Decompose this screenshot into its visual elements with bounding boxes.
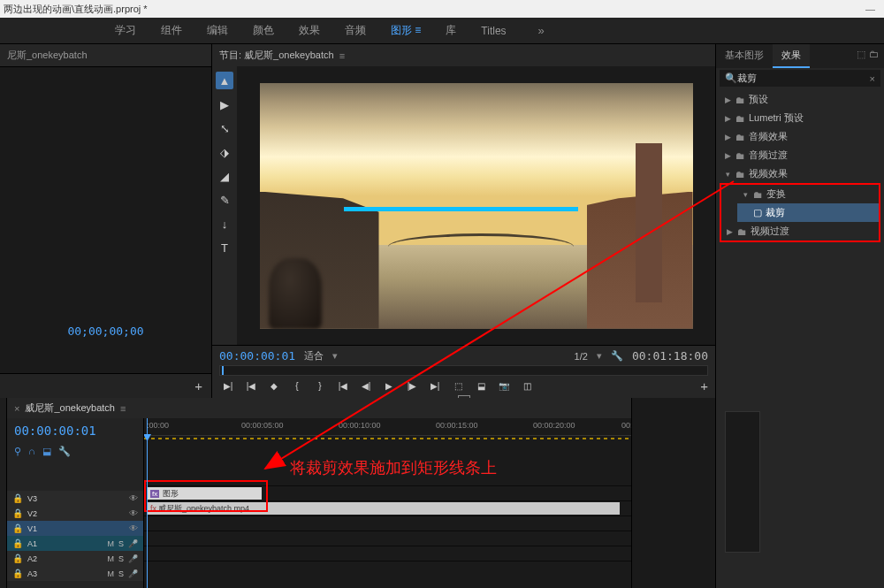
direct-select-tool[interactable]: ▶: [216, 95, 233, 113]
effects-panel: 基本图形 效果 ⬚🗀 🔍 × ▶🖿预设 ▶🖿Lumetri 预设 ▶🖿音频效果 …: [716, 44, 884, 398]
align-tool[interactable]: ↓: [216, 215, 233, 233]
annotation-highlight-box: ▾🖿变换 ▢裁剪 ▶🖿视频过渡: [720, 183, 880, 242]
track-a3[interactable]: 🔒A3MS🎤: [7, 566, 143, 581]
bracket-out-icon[interactable]: }: [311, 379, 329, 393]
marker-tool-icon[interactable]: ⬓: [42, 446, 51, 457]
ws-color[interactable]: 颜色: [253, 23, 274, 38]
program-scrubber[interactable]: [219, 365, 708, 376]
add-icon[interactable]: +: [194, 378, 202, 393]
annotation-clip-box: [144, 480, 268, 512]
mark-out-icon[interactable]: |◀: [242, 379, 260, 393]
lift-icon[interactable]: ⬚: [449, 379, 467, 393]
annotation-text: 将裁剪效果施加到矩形线条上: [290, 457, 497, 478]
track-a2[interactable]: 🔒A2MS🎤: [7, 551, 143, 566]
playhead[interactable]: [147, 418, 148, 588]
window-buttons: —: [865, 0, 884, 18]
play-icon[interactable]: ▶: [380, 379, 398, 393]
timeline-tracks[interactable]: :00:00 00:00:05:00 00:00:10:00 00:00:15:…: [144, 418, 631, 588]
transport-controls: ▶| |◀ ◆ { } |◀ ◀| ▶ |▶ ▶| ⬚ ⬓ 📷 ◫ +: [219, 378, 708, 393]
resolution-select[interactable]: 1/2: [575, 351, 588, 362]
extract-icon[interactable]: ⬓: [472, 379, 490, 393]
go-out-icon[interactable]: ▶|: [426, 379, 444, 393]
fx-presets[interactable]: ▶🖿预设: [720, 90, 880, 109]
clear-search-icon[interactable]: ×: [870, 73, 875, 84]
compare-icon[interactable]: ◫: [518, 379, 536, 393]
program-controls: 00:00:00:01 适合 ▾ 1/2 ▾ 🔧 00:01:18:00 ▶| …: [212, 345, 715, 398]
search-icon: 🔍: [725, 73, 737, 84]
ws-graphics[interactable]: 图形 ≡: [391, 23, 421, 38]
ws-audio[interactable]: 音频: [345, 23, 366, 38]
program-header: 节目: 威尼斯_onekeybatch ≡: [212, 44, 715, 66]
titlebar: 两边出现的动画\直线动画.prproj * —: [0, 0, 884, 18]
fx-transform-folder[interactable]: ▾🖿变换: [737, 185, 879, 203]
go-in-icon[interactable]: |◀: [334, 379, 352, 393]
fx-video-effects[interactable]: ▾🖿视频效果: [720, 164, 880, 183]
source-panel: 尼斯_onekeybatch 00;00;00;00 +: [0, 44, 212, 398]
program-timecode[interactable]: 00:00:00:01: [219, 349, 295, 363]
type-tool[interactable]: T: [216, 239, 233, 256]
ws-titles[interactable]: Titles: [481, 25, 506, 37]
track-headers: 00:00:00:01 ⚲ ∩ ⬓ 🔧 🔒V3👁 🔒V2👁 🔒V1👁 🔒A1MS…: [7, 418, 144, 588]
program-title: 节目: 威尼斯_onekeybatch: [219, 49, 334, 62]
tab-effects[interactable]: 效果: [773, 44, 810, 68]
panel-menu-icon[interactable]: ≡: [339, 50, 345, 61]
timeline-timecode[interactable]: 00:00:00:01: [7, 418, 143, 443]
fx-audio-effects[interactable]: ▶🖿音频效果: [720, 127, 880, 146]
source-timecode[interactable]: 00;00;00;00: [67, 325, 143, 338]
ws-overflow-icon[interactable]: »: [538, 24, 545, 37]
bracket-in-icon[interactable]: {: [288, 379, 306, 393]
fx-lumetri[interactable]: ▶🖿Lumetri 预设: [720, 109, 880, 127]
audio-meter-panel: [716, 398, 884, 588]
source-monitor: 00;00;00;00: [0, 67, 211, 373]
program-panel: 节目: 威尼斯_onekeybatch ≡ ▲ ▶ ⤡ ⬗ ◢ ✎ ↓ T: [212, 44, 716, 398]
selection-tool[interactable]: ▲: [216, 72, 233, 89]
file-path: 两边出现的动画\直线动画.prproj *: [4, 0, 148, 18]
zoom-fit-select[interactable]: 适合: [304, 349, 324, 363]
link-icon[interactable]: ∩: [28, 446, 35, 457]
marker-icon[interactable]: ◆: [265, 379, 283, 393]
snap-icon[interactable]: ⚲: [14, 446, 21, 457]
track-v1[interactable]: 🔒V1👁: [7, 521, 143, 536]
track-a1[interactable]: 🔒A1MS🎤: [7, 536, 143, 551]
ws-library[interactable]: 库: [446, 23, 456, 38]
mark-in-icon[interactable]: ▶|: [219, 379, 237, 393]
step-back-icon[interactable]: ◀|: [357, 379, 375, 393]
fx-video-trans[interactable]: ▶🖿视频过渡: [721, 222, 879, 241]
sequence-name[interactable]: 威尼斯_onekeybatch: [25, 401, 115, 415]
shape-line[interactable]: [344, 207, 578, 211]
rectangle-tool[interactable]: ◢: [216, 167, 233, 185]
export-frame-icon[interactable]: 📷: [495, 379, 513, 393]
source-tab[interactable]: 尼斯_onekeybatch: [0, 44, 211, 67]
preset-icon[interactable]: ⬚: [857, 49, 865, 64]
spacer-panel: [632, 398, 716, 588]
source-toolbar: +: [0, 373, 211, 398]
ws-edit[interactable]: 编辑: [207, 23, 228, 38]
viewport: [260, 83, 693, 329]
effects-tree: ▶🖿预设 ▶🖿Lumetri 预设 ▶🖿音频效果 ▶🖿音频过渡 ▾🖿视频效果 ▾…: [716, 88, 884, 244]
tab-essential-graphics[interactable]: 基本图形: [716, 44, 773, 68]
project-panel: [0, 398, 7, 588]
effects-search[interactable]: 🔍 ×: [720, 70, 880, 87]
program-monitor[interactable]: [237, 66, 715, 345]
fx-audio-trans[interactable]: ▶🖿音频过渡: [720, 146, 880, 164]
step-fwd-icon[interactable]: |▶: [403, 379, 421, 393]
vertical-type-tool[interactable]: ⤡: [216, 119, 233, 137]
new-bin-icon[interactable]: 🗀: [869, 49, 879, 64]
duration-timecode: 00:01:18:00: [632, 349, 708, 363]
track-v2[interactable]: 🔒V2👁: [7, 506, 143, 521]
pen-tool[interactable]: ⬗: [216, 143, 233, 161]
fx-crop-effect[interactable]: ▢裁剪: [737, 203, 879, 222]
ellipse-tool[interactable]: ✎: [216, 191, 233, 209]
ws-learn[interactable]: 学习: [115, 23, 136, 38]
ws-assembly[interactable]: 组件: [161, 23, 182, 38]
timeline-panel: × 威尼斯_onekeybatch ≡ 00:00:00:01 ⚲ ∩ ⬓ 🔧 …: [7, 398, 632, 588]
audio-meter: [725, 411, 760, 553]
settings-tool-icon[interactable]: 🔧: [58, 446, 71, 457]
minimize-icon[interactable]: —: [865, 0, 875, 18]
timeline-ruler[interactable]: :00:00 00:00:05:00 00:00:10:00 00:00:15:…: [144, 418, 631, 436]
track-v3[interactable]: 🔒V3👁: [7, 491, 143, 506]
button-editor-icon[interactable]: +: [700, 378, 708, 393]
ws-effects[interactable]: 效果: [299, 23, 320, 38]
search-input[interactable]: [737, 73, 866, 84]
settings-icon[interactable]: 🔧: [611, 350, 623, 362]
